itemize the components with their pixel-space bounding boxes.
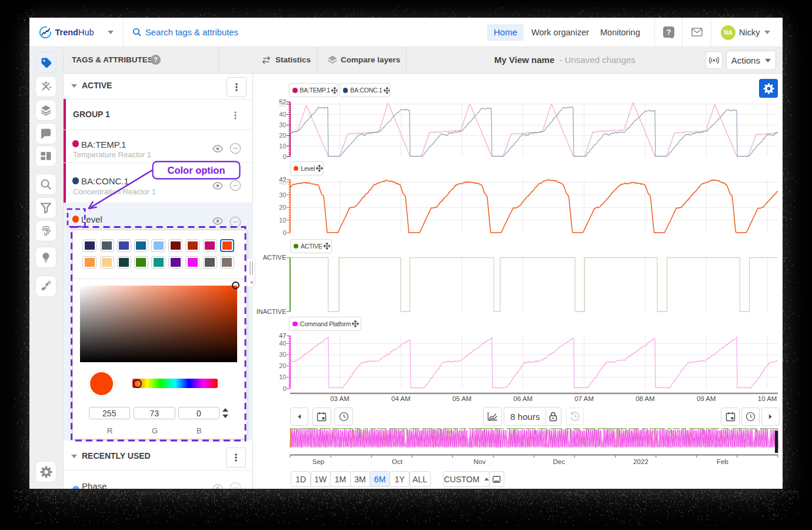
svg-text:Sep: Sep xyxy=(312,458,324,465)
svg-text:10: 10 xyxy=(279,217,286,224)
svg-text:Dec: Dec xyxy=(553,458,565,465)
svg-text:10: 10 xyxy=(279,143,286,150)
svg-text:04 AM: 04 AM xyxy=(391,395,411,402)
svg-text:10: 10 xyxy=(279,373,286,380)
svg-text:INACTIVE: INACTIVE xyxy=(257,308,287,315)
svg-text:08 AM: 08 AM xyxy=(635,395,655,402)
svg-text:10 AM: 10 AM xyxy=(758,395,777,402)
svg-text:20: 20 xyxy=(279,362,286,369)
svg-text:20: 20 xyxy=(279,204,286,211)
svg-text:47: 47 xyxy=(279,332,286,339)
svg-text:0: 0 xyxy=(282,229,286,236)
svg-text:30: 30 xyxy=(279,191,286,198)
svg-text:Feb: Feb xyxy=(717,458,728,465)
svg-text:40: 40 xyxy=(279,340,286,347)
svg-text:30: 30 xyxy=(279,351,286,358)
svg-text:20: 20 xyxy=(279,132,286,139)
svg-text:Nov: Nov xyxy=(474,458,486,465)
svg-text:07 AM: 07 AM xyxy=(574,395,594,402)
svg-text:06 AM: 06 AM xyxy=(514,395,533,402)
svg-text:40: 40 xyxy=(279,111,286,118)
svg-text:2022: 2022 xyxy=(633,458,648,465)
svg-text:03 AM: 03 AM xyxy=(330,395,350,402)
svg-text:40: 40 xyxy=(279,179,286,186)
svg-text:50: 50 xyxy=(279,101,286,108)
svg-text:05 AM: 05 AM xyxy=(452,395,472,402)
svg-text:Oct: Oct xyxy=(392,458,403,465)
svg-text:0: 0 xyxy=(282,385,286,392)
svg-text:0: 0 xyxy=(282,153,286,160)
svg-text:ACTIVE: ACTIVE xyxy=(263,254,287,261)
svg-text:09 AM: 09 AM xyxy=(697,395,716,402)
svg-text:30: 30 xyxy=(279,121,286,128)
